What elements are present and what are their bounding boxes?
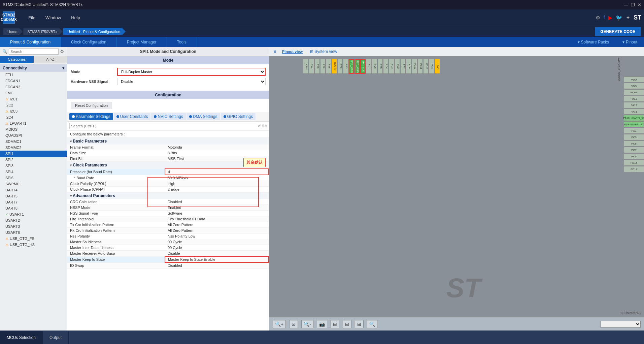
pin-pe0[interactable]: PE0 (314, 59, 320, 74)
tab-gpio-settings[interactable]: GPIO Settings (221, 113, 256, 120)
share-icon[interactable]: ✦ (626, 14, 630, 21)
pin-pc7[interactable]: PC7 (624, 147, 644, 153)
breadcrumb-device[interactable]: STM32H750VBTx (23, 28, 63, 35)
pin-spi1-sck[interactable]: SPI1_SCK (360, 59, 366, 74)
sidebar-item-sdmmc2[interactable]: SDMMC2 (0, 145, 67, 151)
tab-pinout-config[interactable]: Pinout & Configuration (0, 37, 61, 47)
sidebar-item-sdmmc1[interactable]: SDMMC1 (0, 138, 67, 145)
pin-pc10[interactable]: PC10 (423, 59, 429, 74)
sidebar-item-quadspi[interactable]: QUADSPI (0, 132, 67, 138)
pin-vss-r[interactable]: VSS (624, 83, 644, 89)
zoom-in-button[interactable]: 🔍+ (273, 320, 286, 328)
pin-pd7[interactable]: PD7 (366, 59, 371, 74)
pin-pc6[interactable]: PC6 (624, 153, 644, 159)
tab-az[interactable]: A->Z (34, 56, 67, 63)
reset-configuration-button[interactable]: Reset Configuration (71, 102, 112, 109)
sidebar-item-fdcan2[interactable]: FDCAN2 (0, 84, 67, 90)
tab-tools[interactable]: Tools (167, 37, 197, 47)
sidebar-item-spi6[interactable]: SPI6 (0, 175, 67, 181)
pin-pa12[interactable]: PA12 (624, 102, 644, 108)
pin-boot0[interactable]: BOOT0 (332, 59, 337, 74)
sidebar-item-spi3[interactable]: SPI3 (0, 163, 67, 169)
pin-spi1-mosi[interactable]: SPI1_MOSI (349, 59, 354, 74)
mode-select[interactable]: Full-Duplex Master (117, 68, 266, 76)
menu-file[interactable]: File (28, 15, 35, 20)
gear-icon-button[interactable]: ⚙ (60, 49, 64, 54)
facebook-icon[interactable]: f (604, 14, 605, 21)
pin-pc9[interactable]: PC9 (624, 134, 644, 140)
tab-categories[interactable]: Categories (0, 56, 34, 63)
sidebar-item-mdios[interactable]: MDIOS (0, 126, 67, 132)
pin-pc11[interactable]: PC11 (417, 59, 423, 74)
close-btn[interactable]: ✕ (638, 2, 641, 7)
software-packs-link[interactable]: ▾ Software Packs (571, 37, 616, 47)
breadcrumb-home[interactable]: Home (3, 28, 23, 35)
pin-pa11[interactable]: PA11 (624, 108, 644, 115)
pin-pd4[interactable]: PD4 (383, 59, 388, 74)
nss-select[interactable]: Disable (117, 78, 266, 85)
pin-pd2[interactable]: PD2 (395, 59, 400, 74)
search-input[interactable] (9, 49, 59, 55)
pin-pa14[interactable]: PA14 (435, 59, 440, 74)
search-btn[interactable]: 🔍 (367, 320, 377, 328)
tab-output[interactable]: Output (43, 331, 69, 344)
sidebar-item-uart5[interactable]: UART5 (0, 193, 67, 199)
pin-pd15[interactable]: PD15 (624, 160, 644, 166)
pin-pa13[interactable]: PA13 (624, 96, 644, 102)
menu-window[interactable]: Window (45, 15, 61, 20)
sidebar-item-spi1[interactable]: SPI1 (0, 151, 67, 157)
sidebar-item-fdcan1[interactable]: FDCAN1 (0, 78, 67, 84)
pin-pa15[interactable]: PA15 (429, 59, 434, 74)
sidebar-item-usart6[interactable]: USART6 (0, 229, 67, 236)
sidebar-item-spi2[interactable]: SPI2 (0, 157, 67, 163)
sidebar-item-eth[interactable]: ETH (0, 72, 67, 78)
sidebar-item-i2c3[interactable]: I2C3 (0, 108, 67, 114)
sidebar-item-uart4[interactable]: UART4 (0, 187, 67, 193)
pin-pd5[interactable]: PD5 (377, 59, 383, 74)
pin-pc12[interactable]: PC12 (412, 59, 417, 74)
sidebar-item-i2c2[interactable]: I2C2 (0, 102, 67, 108)
sidebar-item-usart1[interactable]: USART1 (0, 211, 67, 217)
pin-pa9[interactable]: PA9 USART1_TX (624, 121, 644, 127)
zoom-out-button[interactable]: 🔍- (301, 320, 313, 328)
sidebar-item-usb-otg-fs[interactable]: USB_OTG_FS (0, 236, 67, 242)
refresh-icon[interactable]: ↺ (258, 124, 261, 128)
sidebar-item-usart2[interactable]: USART2 (0, 217, 67, 223)
pin-pd6[interactable]: PD6 (372, 59, 377, 74)
connectivity-header[interactable]: Connectivity ▾ (0, 64, 67, 72)
tab-clock-config[interactable]: Clock Configuration (61, 37, 117, 47)
restore-btn[interactable]: ❐ (631, 2, 635, 7)
sidebar-item-fmc[interactable]: FMC (0, 90, 67, 96)
tab-nvic-settings[interactable]: NVIC Settings (151, 113, 185, 120)
pin-pa10[interactable]: PA10 USART1_RX (624, 115, 644, 121)
pin-pb8[interactable]: PB8 (320, 59, 326, 74)
sidebar-item-uart8[interactable]: UART8 (0, 205, 67, 211)
pin-spi1-miso[interactable]: SPI1_MISO (354, 59, 360, 74)
twitter-icon[interactable]: 🐦 (616, 14, 622, 21)
param-search-input[interactable] (69, 123, 256, 129)
tab-dma-settings[interactable]: DMA Settings (187, 113, 220, 120)
pin-pd3[interactable]: PD3 (389, 59, 394, 74)
pin-pd0[interactable]: PD0 (406, 59, 411, 74)
st-icon[interactable]: ST (634, 14, 641, 21)
tab-parameter-settings[interactable]: Parameter Settings (69, 113, 113, 120)
zoom-select[interactable] (600, 321, 641, 327)
generate-code-button[interactable]: GENERATE CODE (595, 27, 641, 36)
expand-icon[interactable]: ℹ (265, 124, 267, 128)
tab-mcu-selection[interactable]: MCUs Selection (0, 331, 43, 344)
pin-vss[interactable]: VSS (303, 59, 308, 74)
fit-button[interactable]: ⊡ (289, 320, 298, 328)
sidebar-item-spi4[interactable]: SPI4 (0, 169, 67, 175)
pin-pb8b[interactable]: PB8 (326, 59, 331, 74)
pin-pd1[interactable]: PD1 (400, 59, 406, 74)
breadcrumb-config[interactable]: Untitled - Pinout & Configuration (63, 28, 126, 35)
tab-pinout-view[interactable]: Pinout view (280, 49, 305, 54)
minimize-btn[interactable]: — (624, 2, 628, 7)
settings-icon[interactable]: ⚙ (596, 14, 600, 21)
youtube-icon[interactable]: ▶ (608, 14, 612, 21)
pin-pb6[interactable]: PB6 (337, 59, 343, 74)
screenshot-button[interactable]: 📷 (317, 320, 327, 328)
pin-vcap[interactable]: VCAP (624, 89, 644, 95)
pin-pb5[interactable]: PB5 (343, 59, 348, 74)
pin-pc8[interactable]: PC8 (624, 140, 644, 147)
